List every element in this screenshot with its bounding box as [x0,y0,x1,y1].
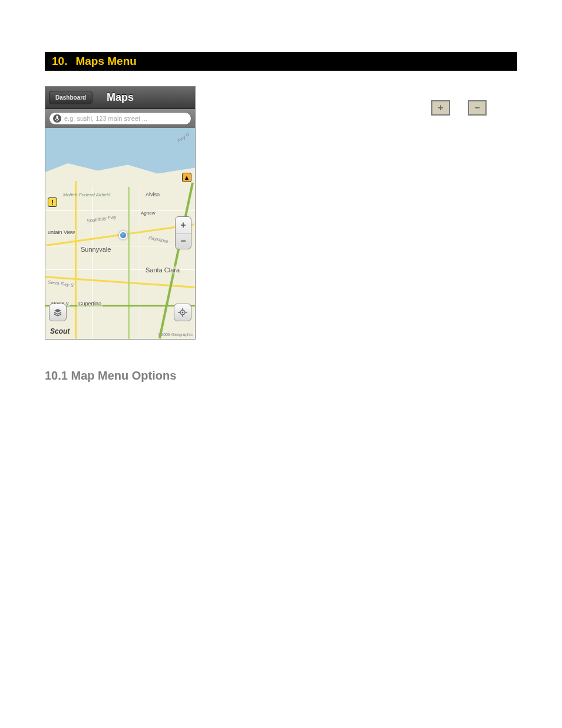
doc-zoom-out-button[interactable]: − [468,100,487,116]
search-input[interactable]: e.g. sushi, 123 main street ... [49,112,191,125]
phone-screenshot: Dashboard Maps e.g. sushi, 123 main stre… [45,86,196,340]
label-southbay: Southbay Fwy [87,215,117,224]
content-row: Dashboard Maps e.g. sushi, 123 main stre… [45,86,517,340]
subsection-title: 10.1 Map Menu Options [45,369,517,383]
copyright-label: ©2008 Geographic [158,332,193,337]
mic-icon[interactable] [53,114,61,123]
warning-icon[interactable]: ! [48,197,57,207]
section-number: 10. [52,55,67,68]
label-cupertino: Cupertino [77,301,103,307]
search-bar: e.g. sushi, 123 main street ... [45,109,195,128]
label-moffett: Moffett Federal Airfield [63,193,110,197]
document-zoom-buttons: + − [431,100,487,116]
map-grid [45,210,195,211]
layers-button[interactable] [49,304,67,321]
map-grid [92,187,93,340]
section-header: 10. Maps Menu [45,52,517,71]
label-sunnyvale: Sunnyvale [80,246,112,253]
svg-rect-0 [57,116,58,119]
label-agnew: Agnew [140,210,156,216]
label-serra: Serra Fwy S [48,279,74,288]
svg-point-3 [182,312,184,314]
dashboard-button[interactable]: Dashboard [49,91,92,104]
map-zoom-controls: + − [175,216,191,249]
map-area[interactable]: ! ▲ Moffett Federal Airfield Alviso Agne… [45,128,195,339]
scout-label: Scout [50,327,70,335]
phone-titlebar: Dashboard Maps [45,87,195,109]
doc-zoom-in-button[interactable]: + [431,100,450,116]
warning-icon[interactable]: ▲ [182,173,191,182]
label-bayshore: Bayshore [148,235,168,245]
map-zoom-in-button[interactable]: + [176,217,191,233]
label-alviso: Alviso [144,192,161,197]
label-mountainview: untain View [47,229,76,235]
map-road [75,181,77,340]
current-location-icon [119,231,127,239]
map-road [128,187,130,340]
locate-button[interactable] [174,304,191,321]
map-grid [45,246,195,246]
map-grid [140,187,140,340]
map-zoom-out-button[interactable]: − [176,233,191,249]
label-santaclara: Santa Clara [144,266,181,274]
search-placeholder: e.g. sushi, 123 main street ... [64,115,147,122]
section-title: Maps Menu [75,55,136,68]
